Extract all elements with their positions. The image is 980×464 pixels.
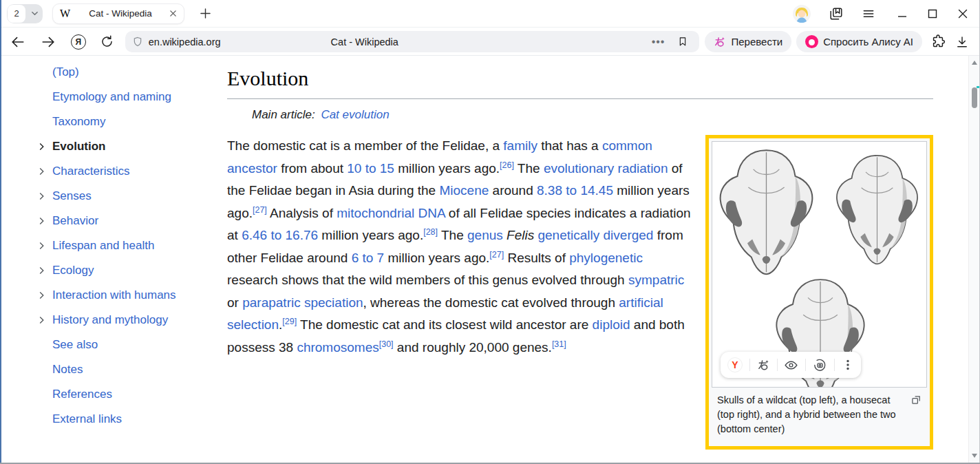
downloads-icon[interactable]: [955, 35, 969, 49]
site-security-shield-icon[interactable]: [132, 36, 143, 48]
article-link[interactable]: genetically diverged: [537, 228, 653, 242]
panels-icon[interactable]: [829, 6, 844, 21]
body-text: million years ago.: [318, 228, 423, 242]
tab-counter-button[interactable]: 2: [7, 4, 43, 23]
image-search-lens-icon[interactable]: [813, 358, 827, 372]
article-link[interactable]: diploid: [593, 317, 630, 332]
article-link[interactable]: family: [503, 138, 537, 153]
skulls-illustration: [712, 142, 927, 387]
vertical-scrollbar[interactable]: [968, 56, 979, 463]
hatnote-prefix: Main article:: [252, 108, 318, 121]
address-bar[interactable]: en.wikipedia.org Cat - Wikipedia •••: [125, 31, 700, 52]
scroll-down-arrow[interactable]: [972, 454, 977, 458]
toc-item-behavior[interactable]: Behavior: [28, 209, 215, 233]
toc-item-interaction[interactable]: Interaction with humans: [28, 283, 215, 308]
chevron-right-icon[interactable]: [38, 143, 45, 151]
more-actions-icon[interactable]: •••: [652, 36, 665, 48]
toc-item-history[interactable]: History and mythology: [28, 308, 215, 333]
scroll-up-arrow[interactable]: [972, 61, 977, 65]
new-tab-button[interactable]: [195, 4, 215, 23]
chevron-down-icon[interactable]: [26, 10, 43, 17]
eye-icon[interactable]: [784, 358, 798, 372]
toc-item-etymology[interactable]: Etymology and naming: [28, 85, 215, 109]
page-content: (Top) Etymology and naming Taxonomy Evol…: [1, 56, 968, 463]
toc-item-ecology[interactable]: Ecology: [28, 258, 215, 283]
toc-item-lifespan[interactable]: Lifespan and health: [28, 233, 215, 258]
chevron-right-icon[interactable]: [38, 267, 45, 275]
body-text: around: [489, 183, 537, 198]
chevron-right-icon[interactable]: [38, 193, 45, 200]
toc-item-notes[interactable]: Notes: [28, 357, 215, 382]
article-link[interactable]: mitochondrial DNA: [337, 206, 445, 220]
evolution-paragraph: Y: [227, 135, 933, 359]
hatnote-link[interactable]: Cat evolution: [321, 108, 389, 121]
article-link[interactable]: sympatric: [628, 273, 684, 287]
article-link[interactable]: 8.38 to 14.45: [537, 183, 613, 198]
back-button[interactable]: [10, 34, 26, 50]
extensions-icon[interactable]: [930, 34, 946, 50]
menu-icon[interactable]: [862, 7, 875, 21]
yandex-button[interactable]: Я: [70, 34, 87, 50]
reference-link[interactable]: [27]: [489, 249, 504, 259]
chevron-right-icon[interactable]: [38, 242, 45, 250]
article-link[interactable]: chromosomes: [297, 340, 379, 355]
enlarge-icon[interactable]: [911, 394, 922, 405]
article-link[interactable]: 6.46 to 16.76: [242, 228, 318, 242]
toc-item-see-also[interactable]: See also: [28, 333, 215, 357]
chevron-right-icon[interactable]: [38, 292, 45, 299]
article-link[interactable]: phylogenetic: [569, 251, 643, 265]
reference-link[interactable]: [29]: [282, 317, 297, 326]
translate-image-icon[interactable]: [757, 359, 770, 372]
reference-link[interactable]: [28]: [423, 227, 438, 237]
toc-item-references[interactable]: References: [28, 382, 215, 407]
translate-label: Перевести: [731, 36, 782, 48]
article-link[interactable]: genus: [467, 228, 503, 242]
body-text: , whereas the domestic cat evolved throu…: [363, 295, 619, 310]
article-link[interactable]: 10 to 15: [347, 161, 394, 176]
article-link[interactable]: Miocene: [439, 183, 489, 198]
tab-count[interactable]: 2: [8, 5, 25, 23]
toc-item-evolution[interactable]: Evolution: [28, 134, 215, 159]
reload-button[interactable]: [99, 34, 116, 50]
toc-item-characteristics[interactable]: Characteristics: [28, 159, 215, 184]
browser-toolbar: Я en.wikipedia.org Cat - Wikipedia ••• П…: [0, 28, 980, 56]
article-link[interactable]: parapatric speciation: [242, 295, 363, 310]
body-text: Analysis of: [267, 206, 337, 220]
kebab-menu-icon[interactable]: [842, 359, 854, 371]
article-link[interactable]: 6 to 7: [352, 251, 385, 265]
reference-link[interactable]: [31]: [552, 339, 566, 348]
minimize-button[interactable]: [897, 9, 907, 19]
reference-link[interactable]: [26]: [500, 160, 514, 169]
browser-window: 2 W Cat - Wikipedia: [0, 0, 980, 464]
reference-link[interactable]: [27]: [253, 204, 267, 214]
chevron-right-icon[interactable]: [38, 317, 45, 324]
skulls-image[interactable]: Y: [712, 141, 927, 388]
body-text: The: [438, 228, 467, 242]
thumbnail-figure: Y: [705, 135, 933, 450]
section-heading: Evolution: [227, 67, 933, 99]
tab-cat-wikipedia[interactable]: W Cat - Wikipedia: [52, 3, 184, 24]
forward-button[interactable]: [40, 34, 56, 50]
alice-avatar[interactable]: [793, 5, 811, 23]
reference-link[interactable]: [30]: [379, 339, 394, 348]
toc-item-top[interactable]: (Top): [28, 60, 215, 85]
figure-caption-text: Skulls of a wildcat (top left), a housec…: [717, 394, 896, 434]
body-text: research shows that the wild members of …: [227, 273, 628, 287]
url-text[interactable]: en.wikipedia.org: [149, 36, 221, 48]
body-text: Results of: [504, 251, 569, 265]
ask-alice-button[interactable]: Спросить Алису AI: [796, 31, 922, 52]
translate-button[interactable]: Перевести: [705, 31, 791, 52]
scrollbar-thumb[interactable]: [972, 87, 977, 108]
toc-item-taxonomy[interactable]: Taxonomy: [28, 109, 215, 134]
article-link[interactable]: evolutionary radiation: [544, 161, 668, 176]
chevron-right-icon[interactable]: [38, 218, 45, 225]
toc-item-external-links[interactable]: External links: [28, 407, 215, 432]
bookmark-icon[interactable]: [677, 36, 688, 48]
chevron-right-icon[interactable]: [38, 168, 45, 176]
close-button[interactable]: [958, 9, 968, 19]
tab-close-icon[interactable]: [169, 10, 177, 17]
yandex-search-icon[interactable]: Y: [727, 357, 743, 372]
toc-item-senses[interactable]: Senses: [28, 184, 215, 209]
maximize-button[interactable]: [928, 9, 937, 19]
address-bar-page-title: Cat - Wikipedia: [331, 36, 398, 48]
